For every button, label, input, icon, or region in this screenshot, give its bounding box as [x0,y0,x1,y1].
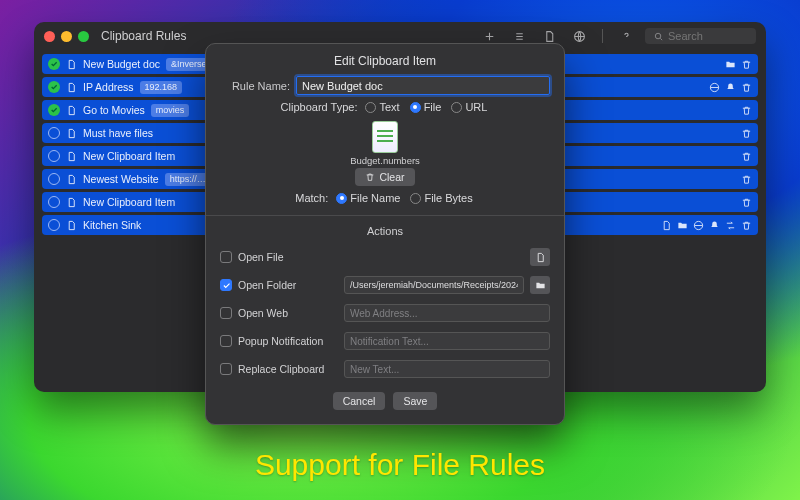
toolbar-search[interactable] [645,28,756,44]
popup-label: Popup Notification [238,335,338,347]
action-replace-row: Replace Clipboard [220,358,550,380]
document-icon [66,174,77,185]
rule-name-input[interactable] [296,76,550,95]
file-preview-name: Budget.numbers [350,155,420,166]
document-icon [66,151,77,162]
open-folder-checkbox[interactable] [220,279,232,291]
dialog-footer: Cancel Save [220,392,550,410]
replace-icon [725,220,736,231]
rule-name-label: Rule Name: [220,80,290,92]
popup-checkbox[interactable] [220,335,232,347]
trash-icon[interactable] [741,220,752,231]
rule-tag: https://… [165,173,211,186]
rule-name: Newest Website [83,173,159,185]
rule-tag: 192.168 [140,81,183,94]
status-disabled-icon[interactable] [48,219,60,231]
status-disabled-icon[interactable] [48,173,60,185]
actions-header: Actions [220,225,550,237]
globe-icon [709,82,720,93]
open-file-checkbox[interactable] [220,251,232,263]
trash-icon[interactable] [741,59,752,70]
status-enabled-icon[interactable] [48,58,60,70]
rule-name: Kitchen Sink [83,219,141,231]
rule-actions [725,59,752,70]
folder-icon [725,59,736,70]
open-folder-path-input[interactable] [344,276,524,294]
edit-clipboard-item-dialog: Edit Clipboard Item Rule Name: Clipboard… [205,43,565,425]
bell-icon [725,82,736,93]
file-preview: Budget.numbers Clear [220,121,550,186]
trash-icon[interactable] [741,128,752,139]
search-input[interactable] [668,30,748,42]
open-folder-browse-button[interactable] [530,276,550,294]
status-enabled-icon[interactable] [48,81,60,93]
action-open-web-row: Open Web [220,302,550,324]
replace-input[interactable] [344,360,550,378]
numbers-file-icon [372,121,398,153]
document-icon [66,82,77,93]
bell-icon [709,220,720,231]
rule-name: New Clipboard Item [83,150,175,162]
document-icon [66,128,77,139]
clear-file-button[interactable]: Clear [355,168,414,186]
toolbar-divider [602,29,603,43]
trash-icon[interactable] [741,105,752,116]
document-icon [66,105,77,116]
rule-name: IP Address [83,81,134,93]
trash-icon[interactable] [741,151,752,162]
status-enabled-icon[interactable] [48,104,60,116]
marketing-caption: Support for File Rules [0,448,800,482]
search-icon [653,31,664,42]
trash-icon[interactable] [741,82,752,93]
open-web-checkbox[interactable] [220,307,232,319]
window-title: Clipboard Rules [101,29,186,43]
dialog-title: Edit Clipboard Item [220,54,550,68]
folder-icon [677,220,688,231]
replace-label: Replace Clipboard [238,363,338,375]
rule-name: New Budget doc [83,58,160,70]
match-label: Match: [295,192,328,204]
toolbar-help-button[interactable] [615,26,637,46]
zoom-window-button[interactable] [78,31,89,42]
action-popup-row: Popup Notification [220,330,550,352]
clipboard-type-label: Clipboard Type: [281,101,358,113]
rule-name: Must have files [83,127,153,139]
trash-icon [365,172,375,182]
open-web-label: Open Web [238,307,338,319]
globe-icon [693,220,704,231]
document-icon [66,59,77,70]
svg-point-1 [655,33,661,39]
status-disabled-icon[interactable] [48,127,60,139]
close-window-button[interactable] [44,31,55,42]
type-text-radio[interactable]: Text [365,101,399,113]
minimize-window-button[interactable] [61,31,72,42]
open-web-input[interactable] [344,304,550,322]
popup-input[interactable] [344,332,550,350]
cancel-button[interactable]: Cancel [333,392,386,410]
rule-name: New Clipboard Item [83,196,175,208]
match-row: Match: File Name File Bytes [220,192,550,204]
document-icon [66,220,77,231]
type-file-radio[interactable]: File [410,101,442,113]
open-file-browse-button[interactable] [530,248,550,266]
action-open-folder-row: Open Folder [220,274,550,296]
action-open-file-row: Open File [220,246,550,268]
trash-icon[interactable] [741,174,752,185]
open-file-label: Open File [238,251,338,263]
type-url-radio[interactable]: URL [451,101,487,113]
replace-checkbox[interactable] [220,363,232,375]
match-filename-radio[interactable]: File Name [336,192,400,204]
document-icon [66,197,77,208]
match-filebytes-radio[interactable]: File Bytes [410,192,472,204]
file-icon [661,220,672,231]
status-disabled-icon[interactable] [48,150,60,162]
trash-icon[interactable] [741,197,752,208]
traffic-lights [44,31,89,42]
save-button[interactable]: Save [393,392,437,410]
open-folder-label: Open Folder [238,279,338,291]
divider [206,215,564,216]
clipboard-type-row: Clipboard Type: Text File URL [220,101,550,113]
status-disabled-icon[interactable] [48,196,60,208]
toolbar-globe-icon[interactable] [568,26,590,46]
rule-name: Go to Movies [83,104,145,116]
